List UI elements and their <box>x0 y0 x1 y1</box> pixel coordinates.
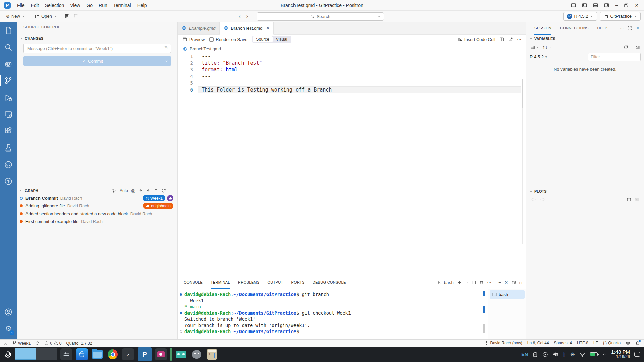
toggle-left-panel-icon[interactable] <box>582 3 587 8</box>
source-mode-button[interactable]: Source <box>253 36 273 42</box>
search-icon[interactable] <box>0 39 17 56</box>
tab-ports[interactable]: PORTS <box>291 276 305 289</box>
target-icon[interactable]: ◎ <box>131 188 135 193</box>
positron-app-icon[interactable]: P <box>138 347 152 361</box>
more-actions-icon[interactable]: ⋯ <box>487 280 491 285</box>
tab-session[interactable]: SESSION <box>534 22 551 35</box>
open-external-icon[interactable] <box>508 37 513 42</box>
split-terminal-icon[interactable] <box>472 280 476 285</box>
toggle-bottom-panel-icon[interactable] <box>593 3 598 8</box>
explorer-icon[interactable] <box>0 22 17 39</box>
chevron-down-icon[interactable] <box>529 37 533 41</box>
app-menu-icon[interactable] <box>3 350 12 359</box>
commit-dropdown[interactable] <box>162 56 171 66</box>
extensions-icon[interactable] <box>0 123 17 139</box>
keyboard-layout-indicator[interactable]: EN <box>521 352 528 357</box>
cursor-position[interactable]: Ln 6, Col 44 <box>527 341 549 345</box>
checkbox-icon[interactable] <box>209 37 214 42</box>
close-panel-icon[interactable]: ✕ <box>504 280 508 285</box>
encoding-indicator[interactable]: UTF-8 <box>577 341 588 345</box>
menu-selection[interactable]: Selection <box>42 3 67 8</box>
minimize-panel-icon[interactable]: − <box>498 280 501 285</box>
commit-row[interactable]: Adding .gitignore file David Rach origin… <box>17 202 177 210</box>
settings-gear-icon[interactable]: ⚙ 1 <box>0 320 17 337</box>
indentation-indicator[interactable]: Spaces: 4 <box>554 341 572 345</box>
more-actions-icon[interactable]: ⋯ <box>620 26 624 31</box>
changes-section-header[interactable]: CHANGES <box>17 34 177 42</box>
clear-objects-icon[interactable] <box>635 45 640 50</box>
interpreter-selector[interactable]: R R 4.5.2 <box>563 12 597 21</box>
graph-section-header[interactable]: GRAPH <box>25 189 38 193</box>
workspace-1[interactable] <box>15 348 36 360</box>
commit-row[interactable]: Added section headers and started a new … <box>17 210 177 218</box>
chevron-down-icon[interactable] <box>19 189 23 193</box>
media-player-icon[interactable] <box>175 348 187 360</box>
next-plot-icon[interactable] <box>540 197 545 202</box>
tab-branchtest-qmd[interactable]: BranchTest.qmd ✕ <box>220 22 274 35</box>
chevron-down-icon[interactable] <box>465 281 468 284</box>
wifi-icon[interactable] <box>579 351 585 357</box>
assistant-icon[interactable] <box>0 56 17 72</box>
menu-view[interactable]: View <box>67 3 83 8</box>
close-button[interactable]: ✕ <box>635 3 639 8</box>
software-store-icon[interactable] <box>76 348 88 360</box>
auto-label[interactable]: Auto <box>120 188 128 193</box>
more-actions-icon[interactable]: ⋯ <box>169 189 173 193</box>
fetch-icon[interactable] <box>138 188 143 193</box>
remote-explorer-icon[interactable] <box>0 106 17 123</box>
quarto-version[interactable]: Quarto: 1.7.32 <box>66 341 92 346</box>
command-decoration-icon[interactable] <box>180 312 182 314</box>
menu-file[interactable]: File <box>14 3 28 8</box>
media-play-tray-icon[interactable] <box>542 352 548 357</box>
screenshot-app-icon[interactable] <box>155 348 167 360</box>
refresh-icon[interactable] <box>624 45 628 50</box>
view-mode-button[interactable] <box>530 45 539 50</box>
expand-panel-icon[interactable] <box>628 26 632 31</box>
run-debug-icon[interactable] <box>0 89 17 106</box>
workspace-selector[interactable]: GitPractice <box>600 12 641 21</box>
terminal[interactable]: david@debian-Rach:~/Documents/GitPractic… <box>178 289 526 339</box>
render-on-save-toggle[interactable]: Render on Save <box>209 37 247 42</box>
notification-center-icon[interactable] <box>634 352 640 357</box>
tab-help[interactable]: HELP <box>597 22 607 35</box>
shell-selector[interactable]: bash <box>438 280 454 285</box>
chrome-icon[interactable] <box>107 348 119 360</box>
remote-indicator-icon[interactable] <box>3 341 8 345</box>
push-icon[interactable] <box>154 188 158 193</box>
more-actions-icon[interactable]: ⋯ <box>168 24 173 30</box>
problems-indicator[interactable]: 0 0 <box>44 341 61 346</box>
testing-icon[interactable] <box>0 139 17 156</box>
brightness-icon[interactable]: ☀ <box>570 351 575 358</box>
commit-message-input[interactable] <box>23 44 171 53</box>
pull-icon[interactable] <box>146 188 151 193</box>
battery-icon[interactable] <box>590 352 598 356</box>
settings-app-icon[interactable] <box>60 348 72 360</box>
plots-section-header[interactable]: PLOTS <box>534 189 547 193</box>
notifications-bell[interactable] <box>635 341 640 346</box>
close-panel-icon[interactable]: ✕ <box>636 26 639 31</box>
copilot-icon[interactable] <box>626 341 630 345</box>
commit-row[interactable]: Branch Commit David Rach ◎Week1 <box>17 194 177 202</box>
breadcrumb[interactable]: BranchTest.qmd <box>178 44 526 53</box>
restore-panel-icon[interactable] <box>512 280 516 285</box>
volume-icon[interactable] <box>552 351 558 357</box>
command-decoration-icon[interactable] <box>180 330 182 333</box>
chevron-down-icon[interactable]: ▾ <box>545 55 547 59</box>
navigate-back-button[interactable]: ‹ <box>239 13 241 20</box>
close-tab-icon[interactable]: ✕ <box>266 26 269 31</box>
new-button[interactable]: ⊕ New <box>4 13 27 20</box>
save-icon[interactable] <box>65 14 70 19</box>
commit-button[interactable]: ✓ Commit <box>23 56 171 66</box>
tab-connections[interactable]: CONNECTIONS <box>560 22 589 35</box>
workspace-2[interactable] <box>36 348 57 360</box>
toggle-right-panel-icon[interactable] <box>604 3 609 8</box>
clear-plots-icon[interactable] <box>635 197 639 202</box>
clipboard-tray-icon[interactable] <box>532 352 538 357</box>
preview-button[interactable]: Preview <box>182 37 205 42</box>
tab-terminal[interactable]: TERMINAL <box>211 276 230 289</box>
terminal-scrollbar[interactable] <box>483 324 485 333</box>
new-terminal-icon[interactable] <box>457 280 462 285</box>
plot-layout-icon[interactable] <box>627 197 631 202</box>
calculator-icon[interactable]: + − <box>206 348 218 360</box>
menu-go[interactable]: Go <box>83 3 96 8</box>
